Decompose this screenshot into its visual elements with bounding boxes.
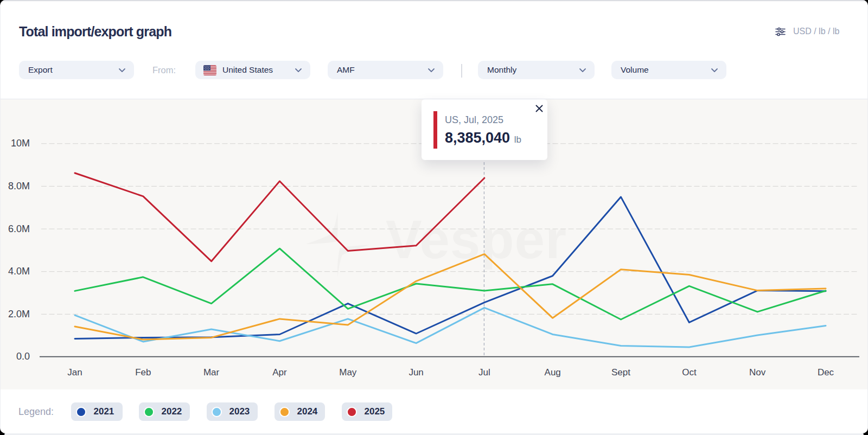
svg-text:Nov: Nov bbox=[749, 367, 766, 378]
svg-text:Sept: Sept bbox=[611, 367, 630, 378]
svg-text:Jun: Jun bbox=[409, 367, 423, 378]
svg-text:Mar: Mar bbox=[203, 367, 220, 378]
svg-text:Jan: Jan bbox=[67, 367, 82, 378]
svg-text:Jul: Jul bbox=[478, 367, 490, 378]
svg-text:10M: 10M bbox=[11, 138, 30, 149]
svg-text:Vesper: Vesper bbox=[386, 209, 567, 270]
svg-text:Feb: Feb bbox=[135, 367, 151, 378]
svg-text:Aug: Aug bbox=[545, 367, 561, 378]
svg-text:8.0M: 8.0M bbox=[8, 181, 30, 191]
svg-text:Oct: Oct bbox=[682, 367, 697, 378]
svg-text:Dec: Dec bbox=[818, 367, 834, 378]
svg-text:4.0M: 4.0M bbox=[8, 266, 30, 277]
svg-text:Apr: Apr bbox=[272, 367, 287, 378]
svg-text:May: May bbox=[339, 367, 357, 378]
svg-text:2.0M: 2.0M bbox=[8, 309, 30, 319]
svg-text:6.0M: 6.0M bbox=[8, 223, 30, 234]
svg-text:0.0: 0.0 bbox=[16, 351, 30, 362]
